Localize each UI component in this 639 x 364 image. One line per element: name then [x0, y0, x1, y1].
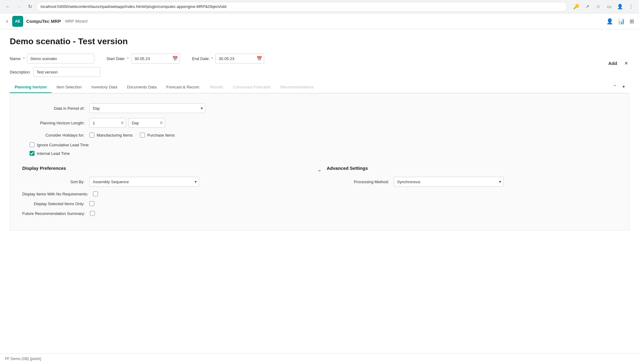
internal-lead-time-input[interactable]	[30, 151, 34, 156]
ignore-cumulative-row: Ignore Cumulative Lead Time	[22, 142, 617, 147]
app-subtitle: MRP Wizard	[65, 19, 88, 23]
name-group: Name: *	[10, 54, 94, 63]
form-row-2: Description:	[10, 67, 629, 77]
sort-by-label: Sort By:	[22, 180, 89, 184]
sort-by-dropdown-wrapper: Assembly Sequence Item Code Item Name ▾	[89, 177, 199, 187]
share-icon[interactable]: ↗	[583, 2, 591, 11]
description-label: Description:	[10, 70, 31, 74]
display-preferences-section: Display Preferences Sort By: Assembly Se…	[22, 166, 312, 221]
sort-by-select[interactable]: Assembly Sequence Item Code Item Name	[89, 177, 199, 187]
key-icon[interactable]: 🔑	[572, 2, 580, 11]
browser-toolbar: ← → ↻ localhost:54000/webcontent/launchp…	[0, 0, 639, 13]
name-input[interactable]	[27, 54, 94, 63]
holidays-row: Consider Holidays for: Manufacturing Ite…	[22, 133, 617, 137]
back-button[interactable]: ←	[4, 2, 12, 11]
tab-inventory-data[interactable]: Inventory Data	[87, 82, 122, 93]
address-bar[interactable]: localhost:54000/webcontent/launchpad/web…	[37, 2, 567, 12]
sort-by-row: Sort By: Assembly Sequence Item Code Ite…	[22, 177, 312, 187]
advanced-settings-title: Advanced Settings	[327, 166, 617, 171]
grid-icon[interactable]: ⊞	[630, 18, 634, 25]
selected-only-label: Display Selected Items Only:	[22, 202, 89, 206]
page-content: Demo scenatio - Test version Add × Name:…	[0, 29, 639, 238]
processing-method-select[interactable]: Synchronous Asynchronous	[394, 177, 504, 187]
app-logo: AE	[12, 16, 23, 27]
no-requirements-label: Display Items With No Requirements:	[22, 192, 93, 196]
end-date-wrapper: 📅	[215, 54, 264, 63]
purchase-items-label: Purchase Items	[147, 133, 175, 137]
browser-actions: 🔑 ↗ ☆ ▭ 👤 ⋮	[572, 2, 635, 11]
planning-horizon-content: Data in Period of: Day Week Month ▾ Plan…	[10, 93, 629, 231]
purchase-items-checkbox[interactable]: Purchase Items	[140, 133, 175, 137]
future-summary-input[interactable]	[90, 211, 95, 216]
manufacturing-items-checkbox[interactable]: Manufacturing Items	[89, 133, 133, 137]
selected-only-control	[89, 201, 94, 206]
horizon-unit-clear-icon[interactable]: ✕	[160, 120, 163, 125]
tab-planning-horizon[interactable]: Planning horizon	[10, 82, 52, 93]
no-requirements-row: Display Items With No Requirements:	[22, 191, 312, 196]
tab-documents-data[interactable]: Documents Data	[122, 82, 161, 93]
chart-icon[interactable]: 📊	[618, 18, 625, 25]
bookmark-icon[interactable]: ☆	[594, 2, 602, 11]
manufacturing-items-label: Manufacturing Items	[97, 133, 133, 137]
data-period-dropdown-wrapper: Day Week Month ▾	[89, 103, 205, 113]
data-period-label: Data in Period of:	[22, 106, 89, 111]
display-preferences-title: Display Preferences	[22, 166, 312, 171]
advanced-settings-section: Advanced Settings Processing Method: Syn…	[327, 166, 617, 221]
start-date-calendar-icon[interactable]: 📅	[172, 56, 178, 61]
app-header-right: 👤 📊 ⊞	[606, 18, 634, 25]
close-button[interactable]: ×	[623, 59, 629, 68]
selected-only-input[interactable]	[89, 201, 94, 206]
tab-forecast-recom[interactable]: Forecast & Recom.	[161, 82, 205, 93]
ignore-cumulative-input[interactable]	[30, 142, 34, 147]
horizon-length-row: Planning Horizon Length: ✕ Day Week Mont…	[22, 118, 617, 128]
start-date-group: Start Date: * 📅	[106, 54, 180, 63]
tabs-container: Planning horizon Item Selection Inventor…	[10, 82, 629, 93]
menu-icon[interactable]: ⋮	[627, 2, 635, 11]
sections-row: Display Preferences Sort By: Assembly Se…	[22, 166, 617, 221]
name-label: Name: *	[10, 56, 25, 61]
no-requirements-control	[93, 191, 98, 196]
user-icon[interactable]: 👤	[606, 18, 613, 25]
tab-icons: ⌃ ✦	[612, 83, 629, 92]
tabs: Planning horizon Item Selection Inventor…	[10, 82, 629, 93]
holidays-label: Consider Holidays for:	[22, 133, 89, 137]
collapse-icon[interactable]: ⌃	[612, 83, 618, 91]
forward-button[interactable]: →	[15, 2, 23, 11]
app-title: CompuTec MRP	[26, 19, 61, 24]
start-date-wrapper: 📅	[131, 54, 180, 63]
internal-lead-time-label: Internal Lead Time	[37, 151, 70, 156]
tab-item-selection[interactable]: Item Selection	[52, 82, 86, 93]
end-date-group: End Date: * 📅	[192, 54, 264, 63]
section-divider: ⌄	[312, 166, 327, 221]
data-period-control: Day Week Month ▾	[89, 103, 205, 113]
page-title: Demo scenatio - Test version	[10, 37, 629, 46]
horizon-length-unit-wrapper: Day Week Month ✕	[128, 118, 165, 128]
future-summary-control	[90, 211, 95, 216]
data-period-select[interactable]: Day Week Month	[89, 103, 205, 113]
description-input[interactable]	[33, 67, 100, 77]
horizon-length-number-wrapper: ✕	[89, 118, 126, 128]
processing-method-label: Processing Method:	[327, 180, 394, 184]
end-date-calendar-icon[interactable]: 📅	[257, 56, 262, 61]
add-button[interactable]: Add	[606, 59, 619, 67]
future-summary-row: Future Recommendation Summary:	[22, 211, 312, 216]
form-row-1: Name: * Start Date: * 📅 End Date: * 📅	[10, 54, 629, 63]
future-summary-label: Future Recommendation Summary:	[22, 211, 90, 216]
window-icon[interactable]: ▭	[605, 2, 613, 11]
internal-lead-time-row: Internal Lead Time	[22, 151, 617, 156]
selected-only-row: Display Selected Items Only:	[22, 201, 312, 206]
horizon-length-clear-icon[interactable]: ✕	[120, 120, 124, 125]
horizon-length-control: ✕ Day Week Month ✕	[89, 118, 165, 128]
description-group: Description:	[10, 67, 100, 77]
purchase-items-input[interactable]	[140, 133, 145, 137]
reload-button[interactable]: ↻	[26, 2, 34, 11]
manufacturing-items-input[interactable]	[89, 133, 94, 137]
no-requirements-input[interactable]	[93, 191, 98, 196]
profile-icon[interactable]: 👤	[616, 2, 624, 11]
app-back-button[interactable]: ‹	[5, 17, 9, 26]
end-date-label: End Date: *	[192, 56, 213, 61]
refresh-icon[interactable]: ✦	[620, 83, 627, 91]
tab-consumed-forecasts: Consumed Forecasts	[228, 82, 276, 93]
url-text: localhost:54000/webcontent/launchpad/web…	[41, 4, 226, 9]
start-date-label: Start Date: *	[106, 56, 129, 61]
